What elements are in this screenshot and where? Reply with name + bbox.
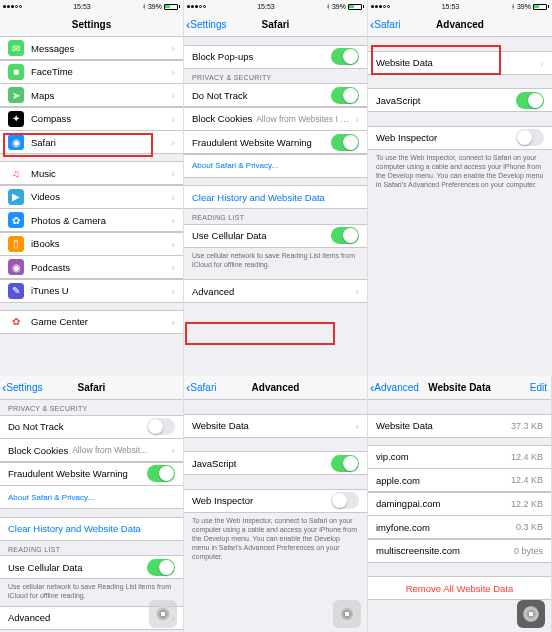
status-bar: 15:53 ᚼ39%: [184, 0, 367, 13]
navbar: Settings: [0, 13, 183, 37]
row-advanced[interactable]: Advanced›: [184, 279, 367, 303]
row-total: Website Data37.3 KB: [368, 414, 551, 438]
assistive-touch-icon[interactable]: [517, 600, 545, 628]
page-title: Website Data: [428, 382, 491, 393]
row-website-data[interactable]: Website Data›: [184, 414, 367, 438]
row-block-cookies[interactable]: Block CookiesAllow from Websit...›: [0, 438, 183, 462]
chevron-right-icon: ›: [171, 136, 175, 148]
row-cellular-data[interactable]: Use Cellular Data: [0, 555, 183, 579]
status-bar: 15:53 ᚼ39%: [368, 0, 552, 13]
row-javascript[interactable]: JavaScript: [368, 88, 552, 112]
status-bar: 15:53 ᚼ39%: [0, 0, 183, 13]
chevron-right-icon: ›: [171, 113, 175, 125]
panel-website-data: ‹Advanced Website Data Edit Website Data…: [368, 376, 552, 632]
row-game-center[interactable]: ✿Game Center›: [0, 310, 183, 334]
row-label: Game Center: [31, 316, 171, 327]
panel-settings-root: 15:53 ᚼ39% Settings ✉Messages›■FaceTime›…: [0, 0, 184, 376]
back-button[interactable]: ‹Safari: [186, 380, 216, 395]
app-icon: ♫: [8, 165, 24, 181]
row-web-inspector[interactable]: Web Inspector: [368, 126, 552, 150]
row-ibooks[interactable]: ▯iBooks›: [0, 232, 183, 256]
row-clear-history[interactable]: Clear History and Website Data: [184, 185, 367, 209]
toggle[interactable]: [147, 418, 175, 435]
back-button[interactable]: ‹Settings: [186, 17, 226, 32]
row-photos-camera[interactable]: ✿Photos & Camera›: [0, 208, 183, 232]
edit-button[interactable]: Edit: [530, 382, 547, 393]
row-music[interactable]: ♫Music›: [0, 161, 183, 185]
footer-note: To use the Web Inspector, connect to Saf…: [368, 150, 552, 192]
chevron-right-icon: ›: [171, 66, 175, 78]
toggle[interactable]: [516, 129, 544, 146]
app-icon: ✎: [8, 283, 24, 299]
site-size: 0 bytes: [514, 546, 543, 556]
row-safari[interactable]: ◉Safari›: [0, 130, 183, 154]
chevron-right-icon: ›: [171, 316, 175, 328]
navbar: ‹Settings Safari: [184, 13, 367, 37]
row-fraud-warning[interactable]: Fraudulent Website Warning: [184, 130, 367, 154]
toggle[interactable]: [331, 134, 359, 151]
assistive-touch-icon[interactable]: [333, 600, 361, 628]
app-icon: ▯: [8, 236, 24, 252]
row-do-not-track[interactable]: Do Not Track: [184, 83, 367, 107]
site-size: 12.4 KB: [511, 452, 543, 462]
panel-safari-lower: ‹Settings Safari PRIVACY & SECURITY Do N…: [0, 376, 184, 632]
row-remove-all[interactable]: Remove All Website Data: [368, 576, 551, 600]
row-do-not-track[interactable]: Do Not Track: [0, 415, 183, 439]
chevron-right-icon: ›: [171, 42, 175, 54]
app-icon: ✿: [8, 212, 24, 228]
back-button[interactable]: ‹Safari: [370, 17, 400, 32]
panel-safari-settings: 15:53 ᚼ39% ‹Settings Safari Block Pop-up…: [184, 0, 368, 376]
row-about-privacy[interactable]: About Safari & Privacy...: [0, 485, 183, 509]
chevron-right-icon: ›: [540, 57, 544, 69]
app-icon: ➤: [8, 87, 24, 103]
back-button[interactable]: ‹Settings: [2, 380, 42, 395]
toggle[interactable]: [331, 87, 359, 104]
footer-note: Use cellular network to save Reading Lis…: [184, 248, 367, 272]
row-about-privacy[interactable]: About Safari & Privacy...: [184, 154, 367, 178]
row-site[interactable]: apple.com12.4 KB: [368, 468, 551, 492]
toggle[interactable]: [331, 48, 359, 65]
site-name: vip.com: [376, 451, 511, 462]
row-site[interactable]: multiscreensite.com0 bytes: [368, 539, 551, 563]
row-site[interactable]: vip.com12.4 KB: [368, 445, 551, 469]
toggle[interactable]: [331, 227, 359, 244]
site-name: multiscreensite.com: [376, 545, 514, 556]
toggle[interactable]: [147, 559, 175, 576]
app-icon: ✦: [8, 111, 24, 127]
row-website-data[interactable]: Website Data›: [368, 51, 552, 75]
toggle[interactable]: [516, 92, 544, 109]
site-size: 12.4 KB: [511, 475, 543, 485]
row-label: FaceTime: [31, 66, 171, 77]
site-name: apple.com: [376, 475, 511, 486]
row-label: Safari: [31, 137, 171, 148]
assistive-touch-icon[interactable]: [149, 600, 177, 628]
row-videos[interactable]: ▶Videos›: [0, 185, 183, 209]
row-site[interactable]: damingpai.com12.2 KB: [368, 492, 551, 516]
row-itunes-u[interactable]: ✎iTunes U›: [0, 279, 183, 303]
chevron-right-icon: ›: [171, 238, 175, 250]
toggle[interactable]: [331, 492, 359, 509]
row-javascript[interactable]: JavaScript: [184, 451, 367, 475]
row-podcasts[interactable]: ◉Podcasts›: [0, 255, 183, 279]
row-block-popups[interactable]: Block Pop-ups: [184, 45, 367, 69]
row-cellular-data[interactable]: Use Cellular Data: [184, 224, 367, 248]
row-label: Photos & Camera: [31, 215, 171, 226]
site-size: 0.3 KB: [516, 522, 543, 532]
back-button[interactable]: ‹Advanced: [370, 380, 419, 395]
section-header: PRIVACY & SECURITY: [184, 69, 367, 84]
panel-advanced: 15:53 ᚼ39% ‹Safari Advanced Website Data…: [368, 0, 552, 376]
row-messages[interactable]: ✉Messages›: [0, 36, 183, 60]
row-label: Messages: [31, 43, 171, 54]
chevron-right-icon: ›: [355, 285, 359, 297]
row-facetime[interactable]: ■FaceTime›: [0, 60, 183, 84]
row-block-cookies[interactable]: Block CookiesAllow from Websites I Visit…: [184, 107, 367, 131]
row-web-inspector[interactable]: Web Inspector: [184, 489, 367, 513]
row-clear-history[interactable]: Clear History and Website Data: [0, 517, 183, 541]
row-site[interactable]: imyfone.com0.3 KB: [368, 515, 551, 539]
toggle[interactable]: [331, 455, 359, 472]
row-fraud-warning[interactable]: Fraudulent Website Warning: [0, 462, 183, 486]
toggle[interactable]: [147, 465, 175, 482]
row-maps[interactable]: ➤Maps›: [0, 83, 183, 107]
navbar: ‹Safari Advanced: [184, 376, 367, 400]
row-compass[interactable]: ✦Compass›: [0, 107, 183, 131]
